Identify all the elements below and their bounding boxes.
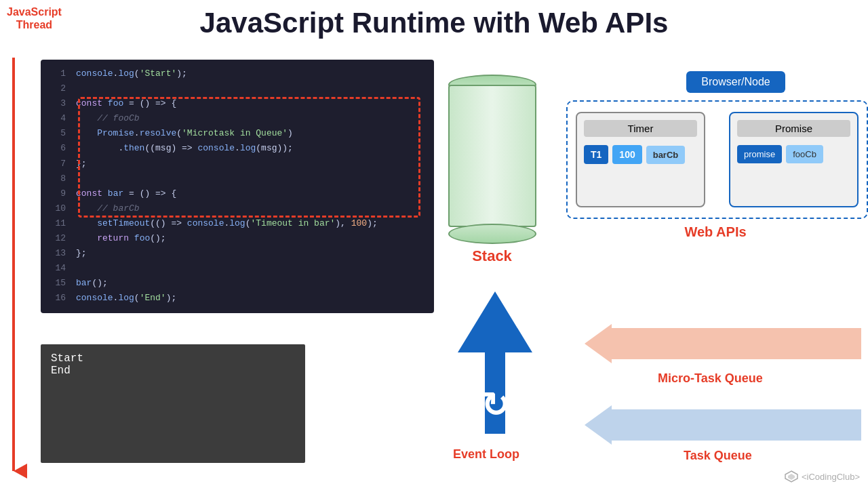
webapis-container: Browser/Node Timer T1 100 barCb Promise … — [566, 71, 865, 240]
header: JavaScriptThread JavaScript Runtime with… — [0, 0, 868, 43]
thread-arrow — [0, 58, 27, 485]
code-line-9: 9 const bar = () => { — [51, 186, 424, 201]
timer-t1: T1 — [584, 145, 608, 164]
console-line-2: End — [51, 365, 295, 377]
svg-marker-7 — [788, 474, 795, 480]
event-loop-label: Event Loop — [453, 447, 519, 462]
code-line-6: 6 .then((msg) => console.log(msg)); — [51, 141, 424, 156]
logo-icon — [785, 470, 798, 483]
js-thread-label: JavaScriptThread — [7, 5, 62, 31]
promise-title: Promise — [737, 120, 850, 137]
microtask-arrow — [585, 324, 861, 363]
code-line-11: 11 setTimeout(() => console.log('Timeout… — [51, 216, 424, 231]
promise-items: promise fooCb — [737, 145, 850, 163]
stack-label: Stack — [439, 247, 545, 265]
timer-box: Timer T1 100 barCb — [576, 112, 705, 207]
code-line-13: 13 }; — [51, 246, 424, 261]
code-editor: 1 console.log('Start'); 2 3 const foo = … — [41, 60, 434, 313]
svg-text:↻: ↻ — [481, 386, 509, 424]
code-line-3: 3 const foo = () => { — [51, 96, 424, 111]
task-label: Task Queue — [684, 449, 752, 463]
page-title: JavaScript Runtime with Web APIs — [0, 7, 868, 39]
svg-marker-5 — [585, 405, 861, 445]
console-line-1: Start — [51, 352, 295, 365]
console-output: Start End — [41, 344, 305, 463]
watermark-text: <iCodingClub> — [802, 472, 860, 482]
promise-fooCb: fooCb — [786, 145, 823, 163]
code-line-10: 10 // barCb — [51, 201, 424, 216]
code-line-4: 4 // fooCb — [51, 111, 424, 126]
timer-items: T1 100 barCb — [584, 145, 697, 164]
microtask-label: Micro-Task Queue — [658, 371, 763, 386]
cylinder-body — [448, 85, 536, 227]
code-editor-container: 1 console.log('Start'); 2 3 const foo = … — [41, 60, 441, 313]
code-line-1: 1 console.log('Start'); — [51, 66, 424, 81]
promise-badge: promise — [737, 145, 782, 163]
code-line-7: 7 }; — [51, 157, 424, 171]
cylinder-bottom — [448, 224, 536, 244]
watermark: <iCodingClub> — [785, 470, 860, 483]
code-line-16: 16 console.log('End'); — [51, 291, 424, 306]
timer-barCb: barCb — [646, 146, 686, 164]
code-line-15: 15 bar(); — [51, 276, 424, 291]
code-line-12: 12 return foo(); — [51, 231, 424, 246]
code-line-2: 2 — [51, 81, 424, 96]
svg-marker-4 — [585, 324, 861, 363]
browser-node-badge: Browser/Node — [686, 71, 785, 93]
webapis-box: Timer T1 100 barCb Promise promise fooCb — [566, 100, 868, 219]
timer-title: Timer — [584, 120, 697, 137]
code-line-5: 5 Promise.resolve('Microtask in Queue') — [51, 126, 424, 141]
task-arrow — [585, 405, 861, 445]
promise-box: Promise promise fooCb — [729, 112, 859, 207]
code-line-14: 14 — [51, 261, 424, 276]
up-arrow-container: ↻ — [448, 291, 542, 441]
webapis-label: Web APIs — [566, 224, 865, 240]
timer-100: 100 — [612, 145, 642, 164]
stack-container: Stack — [439, 75, 545, 265]
code-line-8: 8 — [51, 171, 424, 186]
stack-cylinder — [448, 75, 536, 244]
